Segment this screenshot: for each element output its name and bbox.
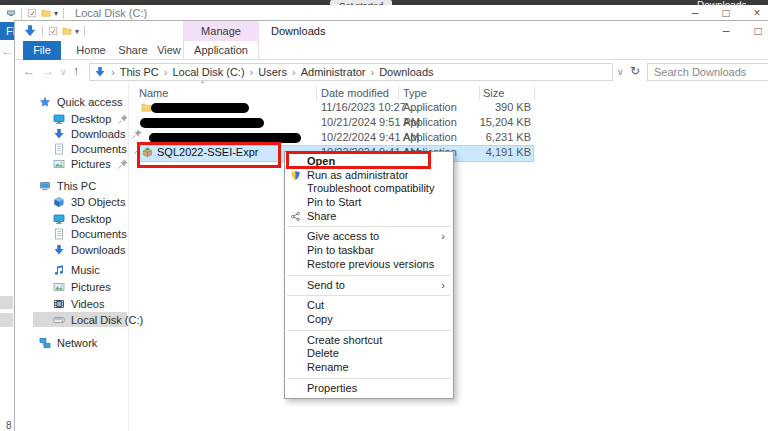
- annotation-box-file: [137, 142, 281, 168]
- computer-icon: [39, 180, 51, 192]
- picture-icon: [53, 281, 65, 293]
- menu-separator: [287, 330, 451, 331]
- tab-view[interactable]: View: [152, 41, 186, 60]
- menu-item-send-to[interactable]: Send to ›: [285, 279, 453, 293]
- address-dropdown-icon[interactable]: ∨: [617, 67, 624, 77]
- history-dropdown-icon[interactable]: ∨: [60, 67, 67, 77]
- menu-item-cut[interactable]: Cut: [285, 299, 453, 313]
- crumb-administrator[interactable]: Administrator: [301, 66, 366, 78]
- menu-item-give-access-to[interactable]: Give access to ›: [285, 230, 453, 244]
- sidebar-item-videos[interactable]: Videos: [53, 296, 127, 311]
- crumb-users[interactable]: Users: [258, 66, 287, 78]
- close-button[interactable]: ×: [750, 6, 764, 20]
- manage-contextual-tab[interactable]: Manage: [183, 21, 259, 41]
- menu-item-troubleshoot-compatibility[interactable]: Troubleshoot compatibility: [285, 182, 453, 196]
- file-row[interactable]: 10/21/2024 9:51 PM Application 15,204 KB: [129, 116, 549, 131]
- sidebar-item-this-pc[interactable]: This PC: [39, 178, 127, 193]
- sidebar-item-documents-pc[interactable]: Documents: [53, 226, 127, 241]
- crumb-local-disk[interactable]: Local Disk (C:): [172, 66, 244, 78]
- tab-share[interactable]: Share: [114, 41, 152, 60]
- menu-separator: [287, 378, 451, 379]
- window-title: Downloads: [271, 25, 325, 37]
- quick-access-toolbar: ▾: [23, 24, 90, 38]
- file-row[interactable]: 11/16/2023 10:27 ... Application 390 KB: [129, 101, 549, 116]
- divider: [42, 26, 43, 37]
- column-header-name[interactable]: Name: [139, 87, 168, 99]
- menu-item-create-shortcut[interactable]: Create shortcut: [285, 334, 453, 348]
- sidebar-item-documents[interactable]: Documents: [53, 141, 127, 156]
- sidebar-item-desktop[interactable]: Desktop: [53, 111, 127, 126]
- screen: Get started Downloads ▾ Local Disk (C:) …: [0, 0, 768, 431]
- download-icon: [53, 244, 65, 256]
- crumb-separator-icon: ›: [159, 66, 173, 78]
- maximize-button[interactable]: □: [719, 6, 733, 20]
- qat-dropdown-icon[interactable]: ▾: [75, 27, 79, 36]
- divider: [21, 8, 22, 19]
- sidebar-item-desktop-pc[interactable]: Desktop: [53, 211, 127, 226]
- crumb-separator-icon: ›: [245, 66, 259, 78]
- qat-dropdown-icon[interactable]: ▾: [54, 9, 58, 18]
- maximize-button[interactable]: □: [751, 24, 765, 38]
- up-icon[interactable]: ↑: [73, 64, 79, 78]
- refresh-icon[interactable]: ↻: [630, 64, 640, 78]
- forward-icon[interactable]: →: [42, 64, 54, 78]
- sort-indicator-icon: ˆ: [201, 81, 204, 92]
- column-header-type[interactable]: Type: [403, 87, 427, 99]
- sidebar-item-network[interactable]: Network: [39, 335, 127, 350]
- sidebar-item-downloads-pc[interactable]: Downloads: [53, 242, 127, 257]
- properties-icon[interactable]: [27, 8, 37, 18]
- sidebar-item-quick-access[interactable]: Quick access: [39, 94, 127, 109]
- background-file-tab-fragment[interactable]: File: [0, 22, 14, 40]
- background-sidebar-fragment: [0, 296, 13, 309]
- minimize-button[interactable]: –: [719, 24, 733, 38]
- sidebar-item-local-disk[interactable]: Local Disk (C:): [33, 312, 127, 327]
- redaction-bar: [140, 118, 264, 128]
- search-input[interactable]: [647, 63, 768, 81]
- column-header-date-modified[interactable]: Date modified: [321, 87, 389, 99]
- menu-item-delete[interactable]: Delete: [285, 347, 453, 361]
- divider: [84, 26, 85, 37]
- crumb-separator-icon: ›: [106, 66, 120, 78]
- column-divider[interactable]: [398, 86, 399, 100]
- tab-file[interactable]: File: [23, 41, 61, 60]
- film-icon: [53, 298, 65, 310]
- crumb-separator-icon: ›: [365, 66, 379, 78]
- submenu-arrow-icon: ›: [441, 230, 445, 244]
- column-divider[interactable]: [534, 86, 535, 100]
- menu-item-pin-to-taskbar[interactable]: Pin to taskbar: [285, 244, 453, 258]
- sidebar-item-3d-objects[interactable]: 3D Objects: [53, 194, 127, 209]
- minimize-button[interactable]: –: [688, 6, 702, 20]
- menu-item-copy[interactable]: Copy: [285, 313, 453, 327]
- menu-item-pin-to-start[interactable]: Pin to Start: [285, 196, 453, 210]
- sidebar-item-downloads[interactable]: Downloads: [53, 126, 127, 141]
- menu-item-properties[interactable]: Properties: [285, 382, 453, 396]
- music-note-icon: [53, 264, 65, 276]
- new-folder-icon[interactable]: [41, 8, 51, 18]
- context-menu: Open Run as administrator Troubleshoot c…: [284, 151, 454, 399]
- uac-shield-icon: [290, 170, 301, 181]
- cube-icon: [53, 196, 65, 208]
- menu-item-rename[interactable]: Rename: [285, 361, 453, 375]
- tab-application-tools[interactable]: Application Tools: [183, 41, 259, 60]
- menu-item-run-as-administrator[interactable]: Run as administrator: [285, 169, 453, 183]
- tab-home[interactable]: Home: [70, 41, 112, 60]
- menu-separator: [287, 226, 451, 227]
- column-divider[interactable]: [316, 86, 317, 100]
- back-icon[interactable]: ←: [23, 64, 35, 78]
- crumb-this-pc[interactable]: This PC: [120, 66, 159, 78]
- crumb-downloads[interactable]: Downloads: [379, 66, 433, 78]
- sidebar-item-music[interactable]: Music: [53, 262, 127, 277]
- titlebar: ▾ Manage Downloads – □: [15, 21, 768, 41]
- star-icon: [39, 96, 51, 108]
- new-folder-icon[interactable]: [62, 26, 72, 36]
- sidebar-item-pictures-pc[interactable]: Pictures: [53, 279, 127, 294]
- sidebar-item-pictures[interactable]: Pictures: [53, 156, 127, 171]
- column-header-size[interactable]: Size: [483, 87, 504, 99]
- breadcrumb[interactable]: › This PC › Local Disk (C:) › Users › Ad…: [89, 63, 613, 81]
- menu-item-share[interactable]: Share: [285, 210, 453, 224]
- menu-item-restore-previous-versions[interactable]: Restore previous versions: [285, 258, 453, 272]
- properties-icon[interactable]: [48, 26, 58, 36]
- crumb-separator-icon: ›: [287, 66, 301, 78]
- column-divider[interactable]: [479, 86, 480, 100]
- submenu-arrow-icon: ›: [441, 279, 445, 293]
